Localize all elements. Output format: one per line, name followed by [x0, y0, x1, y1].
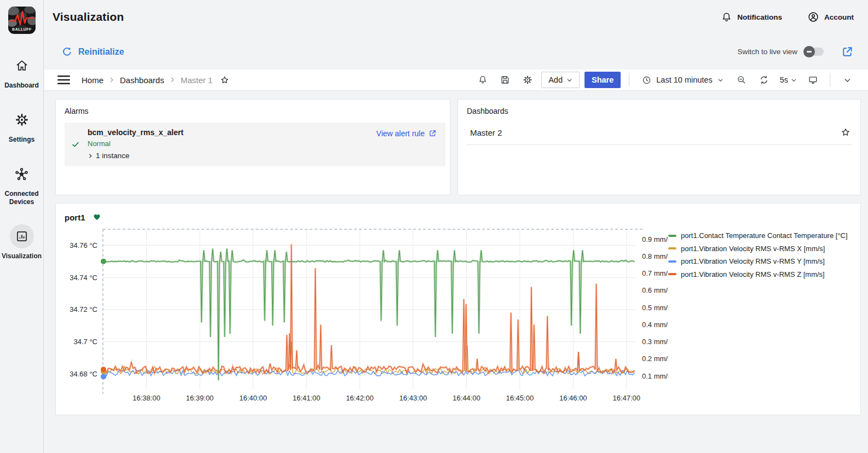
open-external-icon[interactable]	[841, 45, 854, 58]
timeseries-chart[interactable]: 16:38:0016:39:0016:40:0016:41:0016:42:00…	[65, 225, 668, 405]
clock-icon	[642, 76, 651, 85]
chevron-right-icon	[108, 77, 115, 83]
legend-swatch-icon	[668, 260, 676, 263]
check-icon	[71, 128, 88, 160]
toggle-knob	[803, 46, 815, 57]
sidebar-item-connected-devices[interactable]: Connected Devices	[0, 162, 43, 206]
sidebar-item-settings[interactable]: Settings	[0, 108, 43, 144]
collapse-chevron-icon[interactable]	[838, 72, 856, 88]
kiosk-monitor-icon[interactable]	[804, 72, 821, 88]
series-line-glow	[103, 245, 634, 374]
chevron-right-icon	[169, 77, 176, 83]
zoom-out-icon[interactable]	[733, 72, 750, 88]
breadcrumb-dashboards[interactable]: Dashboards	[120, 76, 164, 85]
x-axis-tick-label: 16:40:00	[239, 394, 267, 402]
alert-bell-icon[interactable]	[474, 72, 491, 88]
sidebar-item-label: Connected Devices	[0, 190, 43, 206]
sidebar-item-label: Visualization	[0, 252, 44, 260]
alert-instances-toggle[interactable]: 1 instance	[88, 152, 377, 160]
left-axis-tick-label: 34.7 °C	[73, 338, 97, 346]
bell-icon	[721, 11, 732, 23]
alert-name: bcm_velocity_rms_x_alert	[88, 128, 377, 137]
legend-swatch-icon	[668, 235, 676, 237]
live-view-label: Switch to live view	[737, 48, 797, 56]
x-axis-tick-label: 16:42:00	[346, 394, 374, 402]
view-alert-rule-link[interactable]: View alert rule	[377, 128, 437, 160]
toolbar-divider	[629, 73, 629, 87]
legend-label: port1.Vibration Velocity RMS v-RMS Y [mm…	[681, 257, 825, 265]
reinitialize-label: Reinitialize	[78, 47, 124, 57]
share-button[interactable]: Share	[585, 72, 621, 88]
external-link-icon	[429, 129, 437, 137]
legend-item[interactable]: port1.Vibration Velocity RMS v-RMS Y [mm…	[668, 257, 852, 265]
dashboards-panel: Dashboards Master 2	[458, 99, 861, 195]
series-start-marker	[101, 367, 106, 372]
refresh-interval-picker[interactable]: 5s	[778, 76, 799, 84]
sidebar: BALLUFF Dashboard	[0, 0, 44, 453]
menu-icon[interactable]	[57, 75, 70, 85]
notifications-label: Notifications	[737, 13, 782, 21]
sidebar-item-label: Settings	[7, 136, 37, 144]
refresh-icon[interactable]	[755, 72, 773, 88]
right-axis-tick-label: 0.7 mm/s	[642, 269, 668, 277]
x-axis-tick-label: 16:41:00	[293, 394, 321, 402]
legend-item[interactable]: port1.Contact Temperature Contact Temper…	[668, 231, 852, 240]
left-axis-tick-label: 34.74 °C	[70, 274, 97, 282]
legend-item[interactable]: port1.Vibration Velocity RMS v-RMS X [mm…	[668, 245, 852, 253]
app-header: Visualization Notifications	[44, 0, 868, 34]
alert-instances-label: 1 instance	[96, 152, 130, 160]
reinitialize-button[interactable]: Reinitialize	[61, 46, 124, 57]
sidebar-item-dashboard[interactable]: Dashboard	[0, 54, 43, 90]
dashboard-list-item[interactable]: Master 2	[467, 122, 852, 145]
breadcrumb: Home Dashboards Master 1	[82, 76, 229, 85]
time-range-picker[interactable]: Last 10 minutes	[638, 72, 727, 88]
sidebar-nav: Dashboard Settings	[0, 54, 43, 260]
breadcrumb-home[interactable]: Home	[82, 76, 103, 85]
page-title: Visualization	[53, 10, 124, 24]
dashboard-item-name: Master 2	[470, 128, 502, 137]
legend-item[interactable]: port1.Vibration Velocity RMS v-RMS Z [mm…	[668, 270, 852, 278]
gear-icon	[10, 108, 34, 132]
settings-gear-icon[interactable]	[519, 72, 536, 88]
sidebar-item-visualization[interactable]: Visualization	[0, 224, 43, 260]
right-axis-tick-label: 0.9 mm/s	[642, 235, 668, 243]
breadcrumb-current: Master 1	[181, 76, 212, 85]
left-axis-tick-label: 34.76 °C	[70, 241, 97, 249]
x-axis-tick-label: 16:45:00	[506, 394, 534, 402]
account-button[interactable]: Account	[807, 11, 854, 23]
x-axis-tick-label: 16:39:00	[186, 394, 214, 402]
chart-panel-title[interactable]: port1	[65, 213, 85, 222]
alert-rule-row: bcm_velocity_rms_x_alert Normal 1 instan…	[65, 123, 445, 166]
balluff-logo[interactable]: BALLUFF	[8, 7, 36, 34]
left-axis-tick-label: 34.72 °C	[70, 305, 97, 313]
star-icon[interactable]	[841, 127, 850, 137]
home-icon	[10, 54, 34, 78]
x-axis-tick-label: 16:43:00	[400, 394, 427, 402]
chart-legend: port1.Contact Temperature Contact Temper…	[668, 225, 852, 405]
chevron-right-icon	[88, 153, 93, 159]
dashboard-toolbar: Home Dashboards Master 1	[44, 69, 868, 91]
x-axis-tick-label: 16:44:00	[453, 394, 481, 402]
account-label: Account	[824, 13, 854, 21]
favorite-star-icon[interactable]	[220, 76, 229, 85]
x-axis-tick-label: 16:38:00	[132, 394, 160, 402]
right-axis-tick-label: 0.4 mm/s	[642, 321, 668, 329]
series-line	[103, 248, 634, 380]
right-axis-tick-label: 0.1 mm/s	[642, 372, 668, 380]
right-axis-tick-label: 0.2 mm/s	[642, 355, 668, 363]
left-axis-tick-label: 34.68 °C	[70, 370, 97, 378]
heart-icon	[92, 213, 102, 222]
chevron-down-icon	[717, 77, 724, 83]
chevron-down-icon	[566, 77, 572, 83]
save-icon[interactable]	[496, 72, 514, 88]
add-button[interactable]: Add	[541, 72, 580, 88]
chevron-down-icon	[791, 77, 797, 83]
refresh-circle-icon	[61, 46, 73, 57]
right-axis-tick-label: 0.5 mm/s	[642, 304, 668, 312]
refresh-interval-label: 5s	[780, 76, 788, 84]
notifications-button[interactable]: Notifications	[721, 11, 782, 23]
add-button-label: Add	[548, 76, 563, 84]
live-view-toggle[interactable]	[805, 48, 824, 56]
series-start-marker	[101, 259, 106, 264]
view-alert-rule-label: View alert rule	[377, 129, 425, 138]
